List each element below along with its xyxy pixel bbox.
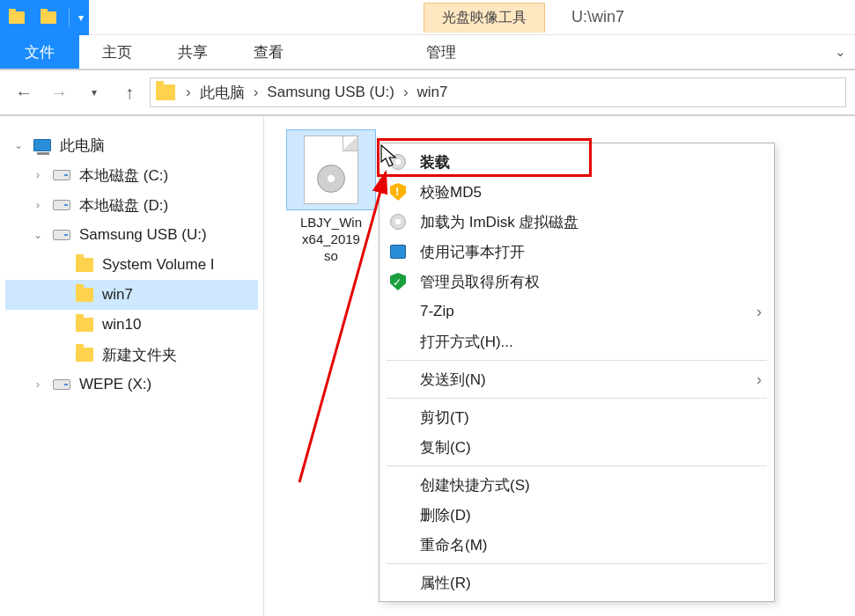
ctx-label: 发送到(N)	[420, 370, 486, 390]
quick-access-toolbar: ▾	[0, 0, 89, 35]
ctx-md5[interactable]: 校验MD5	[380, 177, 774, 207]
forward-button[interactable]: →	[44, 77, 74, 107]
ctx-rename[interactable]: 重命名(M)	[380, 530, 774, 560]
ctx-7zip[interactable]: 7-Zip ›	[380, 297, 774, 326]
expand-icon[interactable]: ›	[32, 169, 44, 181]
ctx-label: 删除(D)	[420, 505, 471, 525]
ctx-copy[interactable]: 复制(C)	[380, 432, 774, 462]
ctx-separator	[387, 563, 767, 564]
tab-view[interactable]: 查看	[231, 35, 306, 69]
breadcrumb-item[interactable]: win7	[417, 84, 448, 101]
breadcrumb-folder-icon	[156, 84, 175, 100]
tree-label: 此电脑	[60, 136, 105, 156]
tree-label: win7	[102, 286, 133, 304]
up-button[interactable]: ↑	[114, 77, 144, 107]
ctx-take-ownership[interactable]: 管理员取得所有权	[380, 267, 774, 297]
ctx-mount[interactable]: 装载	[380, 147, 774, 177]
ctx-label: 7-Zip	[420, 303, 454, 320]
disc-icon	[388, 212, 408, 231]
qat-separator	[69, 8, 70, 27]
tree-drive[interactable]: › WEPE (X:)	[5, 370, 258, 400]
ctx-delete[interactable]: 删除(D)	[380, 500, 774, 530]
drive-icon	[53, 379, 70, 390]
titlebar: ▾ 光盘映像工具 U:\win7	[0, 0, 855, 35]
ctx-imdisk[interactable]: 加载为 ImDisk 虚拟磁盘	[380, 207, 774, 237]
ctx-label: 复制(C)	[420, 437, 471, 458]
disc-icon	[388, 152, 408, 172]
ctx-label: 管理员取得所有权	[420, 272, 540, 292]
folder-icon	[76, 318, 93, 332]
navbar: ← → ▾ ↑ › 此电脑 › Samsung USB (U:) › win7	[0, 70, 855, 116]
ctx-label: 创建快捷方式(S)	[420, 475, 530, 495]
explorer-icon	[5, 6, 28, 29]
ctx-create-shortcut[interactable]: 创建快捷方式(S)	[380, 470, 774, 500]
ribbon-minimize-icon[interactable]: ⌄	[825, 35, 855, 69]
breadcrumb-item[interactable]: 此电脑	[200, 83, 245, 103]
ctx-properties[interactable]: 属性(R)	[380, 568, 774, 598]
tree-label: 本地磁盘 (D:)	[79, 195, 168, 216]
tree-label: WEPE (X:)	[79, 376, 151, 393]
tree-label: 本地磁盘 (C:)	[79, 165, 168, 186]
tree-label: 新建文件夹	[102, 345, 177, 365]
tab-home[interactable]: 主页	[79, 35, 155, 69]
tree-folder[interactable]: win10	[5, 310, 258, 340]
ribbon: 文件 主页 共享 查看 管理 ⌄	[0, 35, 855, 70]
file-label: LBJY_Win x64_2019 so	[278, 215, 384, 264]
ctx-separator	[387, 360, 767, 361]
chevron-right-icon: ›	[398, 84, 414, 101]
shield-ok-icon	[388, 272, 408, 291]
tree-label: Samsung USB (U:)	[79, 226, 207, 244]
folder-icon	[76, 258, 93, 272]
drive-icon	[53, 200, 70, 210]
ctx-open-notepad[interactable]: 使用记事本打开	[380, 237, 774, 267]
tree-folder-selected[interactable]: win7	[5, 280, 258, 310]
file-item-iso[interactable]: LBJY_Win x64_2019 so	[278, 130, 384, 264]
ctx-label: 加载为 ImDisk 虚拟磁盘	[420, 212, 579, 232]
tab-share[interactable]: 共享	[155, 35, 231, 69]
breadcrumb[interactable]: › 此电脑 › Samsung USB (U:) › win7	[150, 77, 846, 107]
expand-icon[interactable]: ›	[32, 199, 44, 211]
drive-icon	[53, 230, 70, 240]
contextual-tools-label: 光盘映像工具	[424, 3, 545, 33]
tree-drive[interactable]: › 本地磁盘 (D:)	[5, 190, 258, 220]
ctx-cut[interactable]: 剪切(T)	[380, 402, 774, 432]
tree-label: win10	[102, 316, 141, 334]
nav-tree: ⌄ 此电脑 › 本地磁盘 (C:) › 本地磁盘 (D:) ⌄ Samsung …	[0, 116, 264, 616]
ctx-send-to[interactable]: 发送到(N) ›	[380, 364, 774, 394]
ctx-label: 校验MD5	[420, 182, 482, 202]
chevron-right-icon: ›	[181, 84, 196, 101]
tree-drive[interactable]: › 本地磁盘 (C:)	[5, 160, 258, 190]
file-tab[interactable]: 文件	[0, 35, 79, 69]
tab-manage[interactable]: 管理	[403, 35, 479, 69]
collapse-icon[interactable]: ⌄	[32, 229, 44, 241]
drive-icon	[53, 170, 70, 180]
back-button[interactable]: ←	[9, 77, 39, 107]
ctx-label: 使用记事本打开	[420, 242, 525, 262]
shield-warn-icon	[388, 182, 408, 202]
expand-icon[interactable]: ⌄	[12, 139, 25, 151]
tree-folder[interactable]: System Volume I	[5, 250, 258, 280]
app-icon	[388, 242, 408, 261]
tree-this-pc[interactable]: ⌄ 此电脑	[5, 130, 258, 160]
chevron-right-icon: ›	[248, 84, 264, 101]
qat-dropdown-icon[interactable]: ▾	[78, 11, 84, 24]
breadcrumb-item[interactable]: Samsung USB (U:)	[267, 84, 394, 101]
iso-file-icon	[287, 130, 375, 209]
folder-icon	[76, 288, 93, 302]
ctx-open-with[interactable]: 打开方式(H)...	[380, 326, 774, 356]
history-dropdown-icon[interactable]: ▾	[79, 77, 109, 107]
qat-folder-icon[interactable]	[37, 6, 60, 29]
tree-folder[interactable]: 新建文件夹	[5, 340, 258, 370]
ctx-separator	[387, 466, 767, 466]
window-title: U:\win7	[571, 8, 624, 26]
folder-icon	[76, 348, 93, 362]
pc-icon	[33, 139, 51, 151]
submenu-arrow-icon: ›	[756, 370, 762, 389]
tree-drive[interactable]: ⌄ Samsung USB (U:)	[5, 220, 258, 250]
tree-label: System Volume I	[102, 256, 215, 274]
expand-icon[interactable]: ›	[32, 378, 44, 391]
submenu-arrow-icon: ›	[756, 303, 762, 321]
ctx-label: 剪切(T)	[420, 407, 469, 428]
context-menu: 装载 校验MD5 加载为 ImDisk 虚拟磁盘 使用记事本打开 管理员取得所有…	[379, 143, 775, 602]
ctx-label: 装载	[420, 152, 450, 172]
